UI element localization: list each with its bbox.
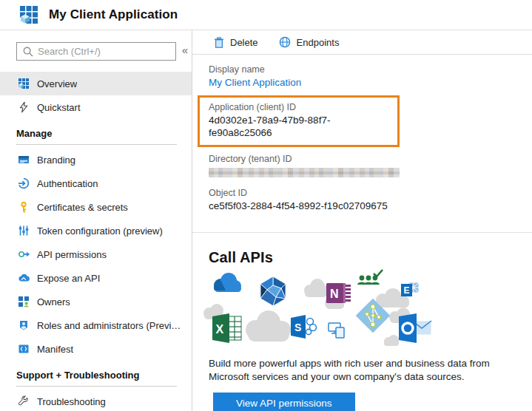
delete-button[interactable]: Delete xyxy=(214,37,258,48)
search-field[interactable] xyxy=(38,46,175,57)
sidebar-item-label: API permissions xyxy=(37,249,107,260)
tenant-id-redacted-value xyxy=(209,168,400,177)
page-header: My Client Application xyxy=(0,0,532,30)
sidebar-section-support: Support + Troubleshooting xyxy=(16,370,177,387)
page-title: My Client Application xyxy=(49,7,178,22)
trash-icon xyxy=(214,37,224,48)
cloud-icon xyxy=(18,272,30,284)
app-registration-icon xyxy=(18,4,39,25)
svg-text:N: N xyxy=(330,288,339,300)
call-apis-section: Call APIs xyxy=(192,233,532,411)
sidebar-item-branding[interactable]: Branding xyxy=(0,148,192,171)
call-apis-description: Build more powerful apps with rich user … xyxy=(209,357,532,383)
sidebar-item-label: Troubleshooting xyxy=(37,396,106,407)
sidebar-item-label: Manifest xyxy=(37,344,73,355)
tenant-id-label: Directory (tenant) ID xyxy=(209,153,532,165)
sidebar-item-label: Quickstart xyxy=(37,102,81,113)
sidebar-item-token-configuration[interactable]: Token configuration (preview) xyxy=(0,219,192,242)
sidebar-item-roles-administrators[interactable]: Roles and administrators (Preview) xyxy=(0,313,192,337)
sidebar-item-troubleshooting[interactable]: Troubleshooting xyxy=(0,390,192,411)
sidebar-item-certificates-secrets[interactable]: Certificates & secrets xyxy=(0,195,192,219)
api-services-collage: N xyxy=(201,268,532,350)
search-input[interactable] xyxy=(16,42,176,61)
object-id-value: ce5f5f03-2884-4f54-8992-f19c02709675 xyxy=(209,200,532,212)
sliders-icon xyxy=(18,225,30,237)
client-id-value: 4d0302e1-78a9-47b9-88f7-fe90a8c25066 xyxy=(209,114,391,139)
owners-icon xyxy=(18,296,30,308)
manifest-icon xyxy=(18,343,30,355)
sidebar-item-label: Certificates & secrets xyxy=(37,202,128,213)
sidebar-item-manifest[interactable]: Manifest xyxy=(0,337,192,361)
quickstart-icon xyxy=(18,101,30,113)
app-window: My Client Application « xyxy=(0,0,532,411)
roles-icon xyxy=(18,319,30,331)
tenant-id-field: Directory (tenant) ID xyxy=(209,153,532,177)
sidebar-collapse-button[interactable]: « xyxy=(182,44,188,56)
globe-icon xyxy=(279,36,291,48)
sharepoint-icon: S xyxy=(291,315,317,339)
authentication-icon xyxy=(18,177,30,189)
sidebar-item-label: Expose an API xyxy=(37,273,100,284)
call-apis-title: Call APIs xyxy=(209,249,532,266)
sidebar-item-quickstart[interactable]: Quickstart xyxy=(0,95,192,119)
exchange-icon: E xyxy=(401,282,419,296)
command-bar: Delete Endpoints xyxy=(192,30,532,55)
svg-text:X: X xyxy=(216,323,224,336)
onenote-icon: N xyxy=(326,283,351,303)
wrench-icon xyxy=(18,395,30,407)
display-name-field: Display name My Client Application xyxy=(209,64,532,89)
object-id-label: Object ID xyxy=(209,187,532,199)
search-icon xyxy=(23,47,33,57)
sidebar-item-label: Roles and administrators (Preview) xyxy=(37,320,185,331)
sidebar-item-label: Owners xyxy=(37,296,70,308)
branding-icon xyxy=(18,154,30,166)
outlook-icon xyxy=(399,313,431,343)
object-id-field: Object ID ce5f5f03-2884-4f54-8992-f19c02… xyxy=(209,187,532,212)
display-name-label: Display name xyxy=(209,64,532,75)
sidebar-nav: Overview Quickstart Manage Branding xyxy=(0,72,192,411)
sidebar-item-label: Token configuration (preview) xyxy=(37,225,163,237)
main-content: Delete Endpoints Display name My Client … xyxy=(192,30,532,411)
overview-icon xyxy=(18,78,30,89)
essentials-fields: Display name My Client Application Appli… xyxy=(192,55,532,219)
microsoft-graph-icon xyxy=(260,276,286,306)
sidebar-item-authentication[interactable]: Authentication xyxy=(0,171,192,195)
sidebar: « Overview Quick xyxy=(0,30,192,411)
sidebar-item-label: Overview xyxy=(37,78,77,89)
sidebar-item-api-permissions[interactable]: API permissions xyxy=(0,242,192,266)
key-icon xyxy=(18,201,30,213)
display-name-link[interactable]: My Client Application xyxy=(209,76,301,89)
view-api-permissions-button[interactable]: View API permissions xyxy=(213,393,355,411)
client-id-highlight-box: Application (client) ID 4d0302e1-78a9-47… xyxy=(198,95,400,147)
api-permissions-icon xyxy=(18,248,30,260)
endpoints-button[interactable]: Endpoints xyxy=(279,36,340,48)
svg-text:S: S xyxy=(294,322,301,333)
sidebar-item-overview[interactable]: Overview xyxy=(0,72,192,95)
svg-text:E: E xyxy=(403,285,409,296)
sidebar-item-owners[interactable]: Owners xyxy=(0,290,192,313)
planner-people-icon xyxy=(357,270,383,285)
client-id-label: Application (client) ID xyxy=(209,101,391,113)
sidebar-section-manage: Manage xyxy=(16,128,177,145)
excel-icon: X xyxy=(212,313,241,343)
devices-icon xyxy=(329,323,344,338)
sidebar-item-label: Branding xyxy=(37,154,75,166)
sidebar-item-label: Authentication xyxy=(37,178,98,189)
onedrive-icon xyxy=(214,273,241,292)
sidebar-item-expose-an-api[interactable]: Expose an API xyxy=(0,266,192,290)
